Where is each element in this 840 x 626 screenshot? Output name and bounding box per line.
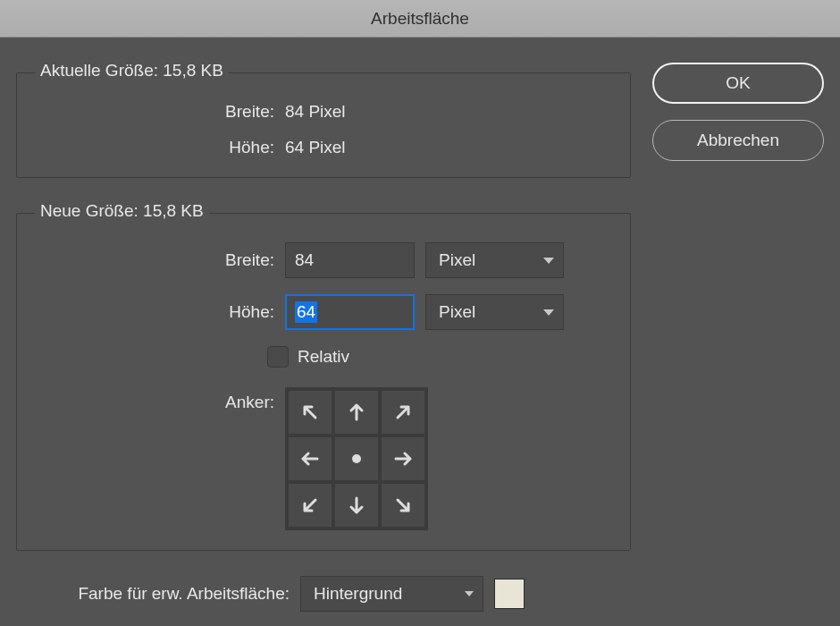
anchor-top[interactable] — [335, 391, 378, 434]
cancel-button[interactable]: Abbrechen — [652, 120, 824, 161]
new-height-label: Höhe: — [35, 302, 285, 322]
current-width-label: Breite: — [35, 102, 285, 122]
width-unit-select[interactable]: Pixel — [425, 242, 564, 278]
new-width-label: Breite: — [35, 250, 285, 270]
height-unit-value: Pixel — [439, 302, 475, 322]
new-size-legend: Neue Größe: 15,8 KB — [35, 201, 209, 221]
anchor-bottom-right[interactable] — [382, 484, 424, 527]
dialog-titlebar: Arbeitsfläche — [0, 0, 840, 38]
dialog-title: Arbeitsfläche — [371, 9, 469, 29]
new-size-group: Neue Größe: 15,8 KB Breite: 84 Pixel Höh… — [16, 203, 631, 551]
current-size-legend: Aktuelle Größe: 15,8 KB — [35, 61, 229, 80]
chevron-down-icon — [543, 309, 554, 316]
current-size-group: Aktuelle Größe: 15,8 KB Breite: 84 Pixel… — [16, 63, 631, 178]
anchor-bottom-left[interactable] — [289, 484, 332, 527]
anchor-left[interactable] — [289, 437, 332, 480]
extension-color-swatch[interactable] — [494, 579, 525, 609]
current-height-label: Höhe: — [35, 138, 285, 157]
width-unit-value: Pixel — [439, 250, 475, 270]
anchor-top-right[interactable] — [382, 391, 424, 434]
anchor-label: Anker: — [35, 387, 285, 412]
chevron-down-icon — [543, 258, 554, 264]
chevron-down-icon — [465, 591, 474, 596]
extension-color-label: Farbe für erw. Arbeitsfläche: — [21, 584, 290, 604]
relative-checkbox[interactable] — [267, 346, 289, 368]
height-input[interactable]: 64 — [285, 294, 415, 330]
svg-point-0 — [352, 454, 361, 463]
current-width-value: 84 Pixel — [285, 102, 346, 122]
ok-button[interactable]: OK — [652, 63, 824, 104]
anchor-top-left[interactable] — [289, 391, 332, 434]
anchor-bottom[interactable] — [335, 484, 378, 527]
anchor-right[interactable] — [382, 437, 424, 480]
relative-label[interactable]: Relativ — [298, 347, 349, 367]
width-input[interactable]: 84 — [285, 242, 415, 278]
anchor-center[interactable] — [335, 437, 378, 480]
anchor-grid — [285, 387, 428, 530]
current-height-value: 64 Pixel — [285, 138, 346, 157]
height-unit-select[interactable]: Pixel — [425, 294, 564, 330]
extension-color-value: Hintergrund — [314, 584, 402, 604]
extension-color-select[interactable]: Hintergrund — [300, 576, 483, 612]
